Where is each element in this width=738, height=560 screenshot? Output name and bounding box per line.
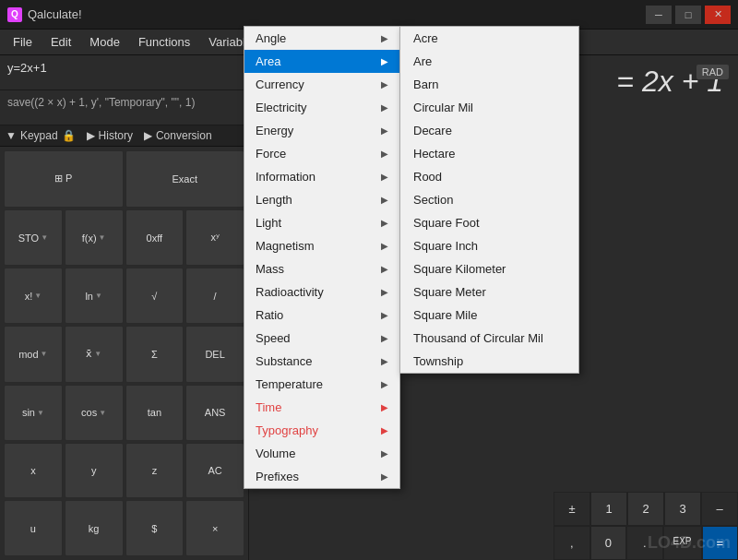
key-xpow[interactable]: xʸ [185, 209, 244, 267]
units-ratio[interactable]: Ratio ▶ [244, 304, 399, 327]
minimize-button[interactable]: ─ [646, 6, 672, 24]
area-decare[interactable]: Decare [400, 119, 578, 142]
key-mod[interactable]: mod ▼ [4, 326, 63, 383]
units-electricity[interactable]: Electricity ▶ [244, 96, 399, 119]
area-square-mile[interactable]: Square Mile [400, 304, 578, 327]
area-square-inch[interactable]: Square Inch [400, 234, 578, 257]
chevron-right-icon: ▶ [381, 218, 388, 228]
key-sqrt[interactable]: √ [125, 268, 184, 324]
area-acre[interactable]: Acre [400, 27, 578, 50]
chevron-right-icon: ▶ [381, 149, 388, 159]
area-are[interactable]: Are [400, 50, 578, 73]
area-hectare[interactable]: Hectare [400, 142, 578, 165]
key-0[interactable]: 0 [590, 526, 627, 560]
units-substance[interactable]: Substance ▶ [244, 350, 399, 373]
chevron-right-icon: ▶ [381, 264, 388, 274]
key-ln[interactable]: ln ▼ [65, 268, 124, 324]
key-fx[interactable]: f(x) ▼ [65, 209, 124, 267]
units-length[interactable]: Length ▶ [244, 188, 399, 211]
key-dollar[interactable]: $ [125, 500, 184, 556]
area-square-kilometer[interactable]: Square Kilometer [400, 257, 578, 280]
key-cos[interactable]: cos ▼ [65, 385, 124, 441]
maximize-button[interactable]: □ [675, 6, 701, 24]
units-temperature-label: Temperature [256, 377, 323, 391]
units-area[interactable]: Area ▶ [244, 50, 399, 73]
area-rood[interactable]: Rood [400, 165, 578, 188]
chevron-right-icon2: ▶ [144, 129, 152, 142]
key-comma[interactable]: , [554, 526, 590, 560]
units-dropdown[interactable]: Angle ▶ Area ▶ Currency ▶ Electricity ▶ … [244, 26, 400, 489]
key-ac[interactable]: AC [185, 443, 244, 499]
key-2[interactable]: 2 [627, 492, 664, 526]
key-divide[interactable]: / [185, 268, 244, 324]
units-magnetism[interactable]: Magnetism ▶ [244, 234, 399, 257]
keypad-toggle[interactable]: ▼ Keypad 🔒 [6, 129, 76, 142]
key-exact[interactable]: Exact [125, 150, 245, 208]
units-speed[interactable]: Speed ▶ [244, 327, 399, 350]
units-magnetism-label: Magnetism [256, 239, 315, 253]
menu-functions[interactable]: Functions [129, 31, 199, 53]
units-force[interactable]: Force ▶ [244, 142, 399, 165]
units-energy[interactable]: Energy ▶ [244, 119, 399, 142]
chevron-right-icon: ▶ [381, 379, 388, 389]
key-y[interactable]: y [65, 443, 124, 499]
rad-badge: RAD [696, 65, 729, 79]
key-sigma[interactable]: Σ [125, 326, 184, 383]
units-prefixes-label: Prefixes [256, 470, 299, 483]
units-information[interactable]: Information ▶ [244, 165, 399, 188]
chevron-right-icon: ▶ [381, 102, 388, 113]
units-temperature[interactable]: Temperature ▶ [244, 373, 399, 396]
key-del[interactable]: DEL [185, 326, 244, 383]
conversion-label: Conversion [156, 129, 212, 142]
history-toggle[interactable]: ▶ History [87, 129, 133, 142]
key-1[interactable]: 1 [590, 492, 627, 526]
key-factorial[interactable]: x! ▼ [4, 268, 63, 324]
area-square-foot[interactable]: Square Foot [400, 211, 578, 234]
area-barn[interactable]: Barn [400, 73, 578, 96]
chevron-right-icon: ▶ [381, 310, 388, 320]
key-0xff[interactable]: 0xff [125, 209, 184, 267]
key-plusminus[interactable]: ± [554, 492, 590, 526]
area-circular-mil[interactable]: Circular Mil [400, 96, 578, 119]
units-speed-label: Speed [256, 331, 291, 345]
key-tan[interactable]: tan [125, 385, 184, 441]
key-sto[interactable]: STO ▼ [4, 209, 63, 267]
units-volume[interactable]: Volume ▶ [244, 442, 399, 465]
area-section[interactable]: Section [400, 188, 578, 211]
area-township[interactable]: Township [400, 350, 578, 373]
area-thousand-circular-mil[interactable]: Thousand of Circular Mil [400, 327, 578, 350]
conversion-toggle[interactable]: ▶ Conversion [144, 129, 212, 142]
key-z[interactable]: z [125, 443, 184, 499]
units-light[interactable]: Light ▶ [244, 211, 399, 234]
chevron-right-icon: ▶ [381, 425, 388, 435]
key-u[interactable]: u [4, 500, 63, 556]
key-P[interactable]: ⊞ P [4, 150, 124, 208]
key-3[interactable]: 3 [664, 492, 701, 526]
key-kg[interactable]: kg [65, 500, 124, 556]
watermark: LO4D.com [648, 533, 731, 553]
menu-mode[interactable]: Mode [80, 31, 129, 53]
area-submenu[interactable]: Acre Are Barn Circular Mil Decare Hectar… [399, 26, 579, 374]
units-force-label: Force [256, 147, 286, 161]
units-typography[interactable]: Typography ▶ [244, 419, 399, 442]
area-square-meter[interactable]: Square Meter [400, 280, 578, 304]
key-sin[interactable]: sin ▼ [4, 385, 63, 441]
app-icon: Q [7, 7, 22, 22]
units-angle[interactable]: Angle ▶ [244, 27, 399, 50]
key-x[interactable]: x [4, 443, 63, 499]
units-currency[interactable]: Currency ▶ [244, 73, 399, 96]
units-prefixes[interactable]: Prefixes ▶ [244, 465, 399, 488]
chevron-right-icon: ▶ [381, 195, 388, 205]
key-ans[interactable]: ANS [185, 385, 244, 441]
units-volume-label: Volume [256, 447, 295, 460]
key-multiply[interactable]: × [185, 500, 244, 556]
units-time[interactable]: Time ▶ [244, 396, 399, 419]
close-button[interactable]: ✕ [705, 6, 731, 24]
key-minus[interactable]: – [701, 492, 738, 526]
units-angle-label: Angle [256, 31, 286, 45]
units-radioactivity[interactable]: Radioactivity ▶ [244, 280, 399, 304]
menu-edit[interactable]: Edit [42, 31, 80, 53]
menu-file[interactable]: File [4, 31, 42, 53]
units-mass[interactable]: Mass ▶ [244, 257, 399, 280]
key-mean[interactable]: x̄ ▼ [65, 326, 124, 383]
